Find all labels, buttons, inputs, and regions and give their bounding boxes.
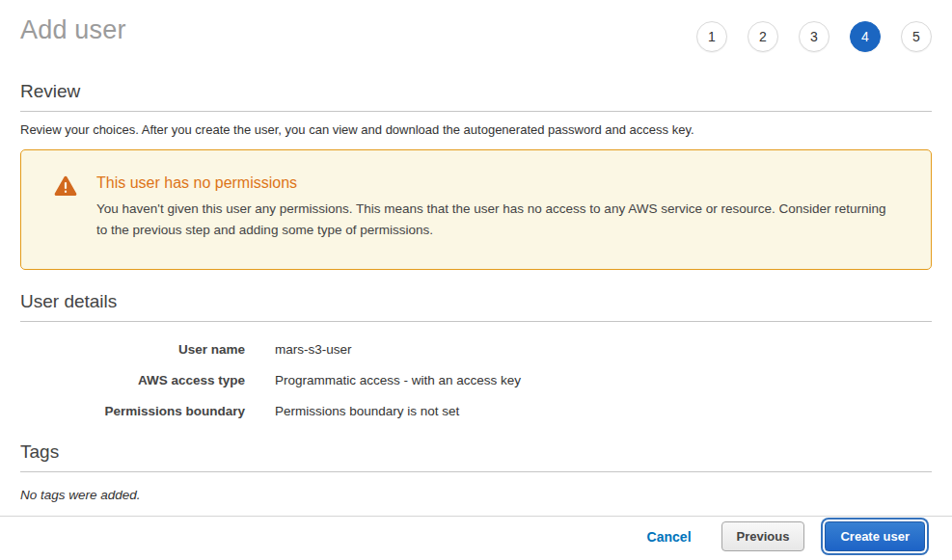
detail-label-access-type: AWS access type <box>20 373 245 387</box>
step-3[interactable]: 3 <box>799 21 830 52</box>
page-title: Add user <box>20 15 126 45</box>
wizard-step-indicator: 1 2 3 4 5 <box>696 15 932 52</box>
detail-value-access-type: Programmatic access - with an access key <box>275 373 521 387</box>
user-details-section: User details User name mars-s3-user AWS … <box>20 291 932 418</box>
review-section: Review Review your choices. After you cr… <box>20 81 932 137</box>
user-details-divider <box>20 321 932 322</box>
review-heading: Review <box>20 81 932 102</box>
tags-heading: Tags <box>20 441 932 463</box>
tags-divider <box>20 471 932 472</box>
detail-row-user-name: User name mars-s3-user <box>20 342 932 357</box>
review-description: Review your choices. After you create th… <box>20 122 932 137</box>
user-details-rows: User name mars-s3-user AWS access type P… <box>20 342 932 418</box>
warning-content: This user has no permissions You haven't… <box>96 174 896 241</box>
no-permissions-warning-box: This user has no permissions You haven't… <box>20 149 932 270</box>
step-4-active[interactable]: 4 <box>850 21 881 52</box>
detail-row-access-type: AWS access type Programmatic access - wi… <box>20 373 932 387</box>
user-details-heading: User details <box>20 291 932 312</box>
warning-body: You haven't given this user any permissi… <box>96 199 896 241</box>
step-1[interactable]: 1 <box>696 21 727 52</box>
step-5[interactable]: 5 <box>901 21 932 52</box>
cancel-link[interactable]: Cancel <box>647 529 692 545</box>
tags-section: Tags No tags were added. <box>20 441 932 502</box>
warning-triangle-icon <box>54 175 77 200</box>
detail-label-permissions-boundary: Permissions boundary <box>20 404 245 418</box>
detail-row-permissions-boundary: Permissions boundary Permissions boundar… <box>20 404 932 418</box>
step-2[interactable]: 2 <box>748 21 778 52</box>
review-divider <box>20 111 932 112</box>
tags-empty-message: No tags were added. <box>20 488 932 502</box>
warning-title: This user has no permissions <box>96 174 896 192</box>
previous-button[interactable]: Previous <box>721 521 805 551</box>
wizard-footer: Cancel Previous Create user <box>0 516 952 560</box>
detail-value-user-name: mars-s3-user <box>275 342 352 357</box>
wizard-header: Add user 1 2 3 4 5 <box>20 0 932 52</box>
detail-value-permissions-boundary: Permissions boundary is not set <box>275 404 459 418</box>
detail-label-user-name: User name <box>20 342 245 357</box>
create-user-button[interactable]: Create user <box>825 521 925 551</box>
